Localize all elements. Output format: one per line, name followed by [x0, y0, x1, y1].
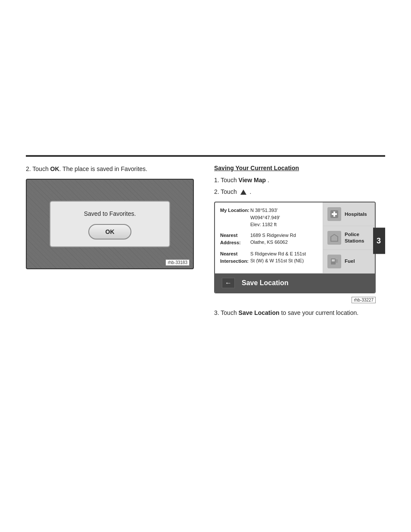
my-location-row: My Location: N 38°51.393'W094°47.949'Ele…: [220, 207, 318, 228]
hospitals-label: Hospitals: [345, 211, 367, 218]
image-label-left: rhb-33183: [165, 259, 190, 266]
step-list: 1. Touch View Map . 2. Touch .: [214, 176, 385, 196]
step1-bold: View Map: [239, 177, 266, 184]
svg-rect-6: [336, 259, 338, 263]
my-location-label: My Location:: [220, 207, 250, 228]
instruction-prefix: 2. Touch: [26, 165, 50, 172]
step2-text: Touch: [221, 188, 238, 195]
step1-number: 1.: [214, 177, 221, 184]
instruction-suffix: . The place is saved in Favorites.: [59, 165, 147, 172]
poi-buttons-panel: Hospitals PoliceStations: [323, 202, 375, 273]
nearest-intersection-value: S Ridgeview Rd & E 151stSt (W) & W 151st…: [250, 250, 306, 265]
nearest-address-value: 1689 S Ridgeview RdOlathe, KS 66062: [250, 232, 296, 247]
right-column: Saving Your Current Location 1. Touch Vi…: [214, 165, 385, 317]
page: 2. Touch OK. The place is saved in Favor…: [0, 0, 411, 532]
info-left-panel: My Location: N 38°51.393'W094°47.949'Ele…: [215, 202, 323, 273]
step2-suffix: .: [249, 188, 251, 195]
fuel-icon: [327, 255, 341, 268]
back-arrow[interactable]: ←: [222, 278, 235, 288]
two-column-layout: 2. Touch OK. The place is saved in Favor…: [26, 165, 385, 317]
step1-text: Touch: [221, 177, 238, 184]
nearest-address-row: NearestAddress: 1689 S Ridgeview RdOlath…: [220, 232, 318, 247]
step2-number: 2.: [214, 188, 221, 195]
left-device-screen: Saved to Favorites. OK rhb-33183: [26, 179, 194, 269]
instruction-bold: OK: [50, 165, 59, 172]
image-label-right-wrapper: rhb-33227: [214, 295, 376, 303]
triangle-icon: [240, 190, 246, 195]
step-1: 1. Touch View Map .: [214, 176, 385, 185]
section-heading: Saving Your Current Location: [214, 165, 385, 171]
step3-number: 3. Touch: [214, 309, 239, 316]
svg-rect-2: [332, 213, 337, 215]
section-rule: [26, 155, 385, 157]
nearest-intersection-label: NearestIntersection:: [220, 250, 250, 265]
side-tab: 3: [373, 228, 385, 254]
svg-rect-7: [332, 259, 335, 261]
nearest-address-label: NearestAddress:: [220, 232, 250, 247]
step3-suffix: to save your current location.: [281, 309, 358, 316]
dialog-message: Saved to Favorites.: [84, 210, 136, 217]
top-spacer: [26, 17, 385, 155]
police-stations-icon: [327, 231, 341, 245]
hospitals-icon: [327, 207, 341, 221]
step1-suffix: .: [268, 177, 269, 184]
info-grid: My Location: N 38°51.393'W094°47.949'Ele…: [215, 202, 375, 274]
step3-bold: Save Location: [239, 309, 280, 316]
fuel-button[interactable]: Fuel: [323, 250, 375, 273]
left-column: 2. Touch OK. The place is saved in Favor…: [26, 165, 197, 269]
bottom-step: 3. Touch Save Location to save your curr…: [214, 308, 385, 317]
dialog-box: Saved to Favorites. OK: [50, 201, 170, 247]
nearest-intersection-row: NearestIntersection: S Ridgeview Rd & E …: [220, 250, 318, 265]
left-instruction: 2. Touch OK. The place is saved in Favor…: [26, 165, 197, 174]
image-label-right: rhb-33227: [352, 297, 376, 303]
right-device-screen: My Location: N 38°51.393'W094°47.949'Ele…: [214, 202, 376, 293]
save-location-label: Save Location: [242, 279, 288, 287]
police-stations-label: PoliceStations: [345, 231, 364, 244]
my-location-value: N 38°51.393'W094°47.949'Elev: 1182 ft: [250, 207, 280, 228]
ok-button[interactable]: OK: [88, 224, 131, 240]
hospitals-button[interactable]: Hospitals: [323, 202, 375, 226]
right-device-wrapper: My Location: N 38°51.393'W094°47.949'Ele…: [214, 202, 376, 303]
police-stations-button[interactable]: PoliceStations: [323, 226, 375, 250]
step-2: 2. Touch .: [214, 187, 385, 196]
fuel-label: Fuel: [345, 258, 355, 264]
save-location-bar[interactable]: ← Save Location: [215, 274, 375, 292]
